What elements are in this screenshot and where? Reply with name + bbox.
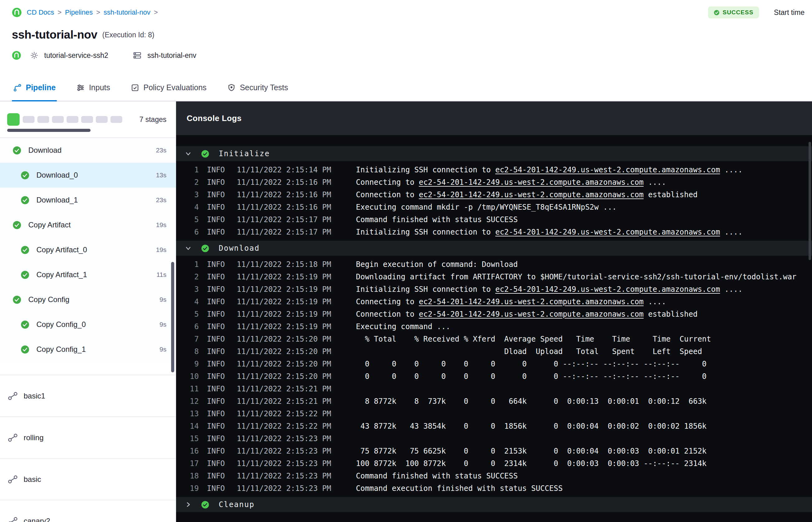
log-line: 18INFO11/11/2022 2:15:23 PMCommand finis… bbox=[176, 470, 812, 482]
log-section-download: Download1INFO11/11/2022 2:15:18 PMBegin … bbox=[176, 241, 812, 495]
stage-item-download[interactable]: Download23s bbox=[0, 138, 176, 163]
log-section-initialize: Initialize1INFO11/11/2022 2:15:14 PMInit… bbox=[176, 146, 812, 238]
minimap-segment bbox=[81, 116, 93, 123]
stage-sidebar: 7 stages Download23sDownload_013sDownloa… bbox=[0, 101, 176, 522]
stage-item-copy-config_1[interactable]: Copy Config_19s bbox=[0, 337, 176, 362]
console-panel: Console Logs Initialize1INFO11/11/2022 2… bbox=[176, 101, 812, 522]
log-link[interactable]: ec2-54-201-142-249.us-west-2.compute.ama… bbox=[495, 165, 720, 174]
log-line: 17INFO11/11/2022 2:15:23 PM100 8772k 100… bbox=[176, 457, 812, 470]
minimap-active-segment bbox=[7, 113, 20, 126]
console-sections: Initialize1INFO11/11/2022 2:15:14 PMInit… bbox=[176, 135, 812, 522]
log-link[interactable]: ec2-54-201-142-249.us-west-2.compute.ama… bbox=[495, 285, 720, 294]
stage-label: Download_1 bbox=[36, 196, 78, 204]
check-circle-dark-icon bbox=[201, 501, 209, 509]
stage-icon bbox=[7, 474, 18, 485]
pipeline-item-basic1[interactable]: basic1 bbox=[0, 375, 176, 417]
minimap-scrollbar[interactable] bbox=[7, 129, 90, 132]
breadcrumb-link[interactable]: Pipelines bbox=[65, 8, 93, 17]
pipeline-label: canary2 bbox=[24, 517, 50, 522]
log-link[interactable]: ec2-54-201-142-249.us-west-2.compute.ama… bbox=[419, 297, 643, 306]
log-link[interactable]: ec2-54-201-142-249.us-west-2.compute.ama… bbox=[419, 178, 643, 187]
check-circle-icon bbox=[13, 221, 21, 229]
check-circle-icon bbox=[21, 320, 29, 329]
stage-item-copy-config_0[interactable]: Copy Config_09s bbox=[0, 312, 176, 337]
stage-duration: 13s bbox=[156, 172, 166, 179]
breadcrumb-separator: > bbox=[58, 8, 62, 17]
log-line: 15INFO11/11/2022 2:15:23 PM bbox=[176, 433, 812, 445]
log-line: 5INFO11/11/2022 2:15:19 PMConnection to … bbox=[176, 308, 812, 320]
tab-label: Security Tests bbox=[240, 83, 288, 92]
tab-security-tests[interactable]: Security Tests bbox=[226, 83, 289, 101]
stage-label: Copy Artifact_0 bbox=[36, 245, 87, 254]
log-line: 2INFO11/11/2022 2:15:16 PMConnecting to … bbox=[176, 176, 812, 188]
tabs: PipelineInputsPolicy EvaluationsSecurity… bbox=[0, 83, 812, 101]
stage-duration: 9s bbox=[160, 321, 166, 328]
log-line: 7INFO11/11/2022 2:15:20 PM % Total % Rec… bbox=[176, 333, 812, 345]
stage-duration: 23s bbox=[156, 146, 166, 154]
topbar: CD Docs>Pipelines>ssh-tutorial-nov> SUCC… bbox=[0, 0, 812, 25]
log-section-header[interactable]: Cleanup bbox=[176, 497, 812, 512]
tab-label: Policy Evaluations bbox=[143, 83, 207, 92]
pipeline-list: basic1rollingbasiccanary2 bbox=[0, 375, 176, 522]
title-row: ssh-tutorial-nov (Execution Id: 8) bbox=[0, 25, 812, 45]
log-link[interactable]: ec2-54-201-142-249.us-west-2.compute.ama… bbox=[419, 190, 643, 199]
stage-icon bbox=[7, 516, 18, 522]
execution-id: (Execution Id: 8) bbox=[102, 31, 154, 39]
stage-minimap[interactable]: 7 stages bbox=[0, 101, 176, 138]
console-scrollbar[interactable] bbox=[809, 142, 811, 260]
breadcrumb-separator: > bbox=[96, 8, 100, 17]
stage-duration: 9s bbox=[160, 346, 166, 353]
log-line: 10INFO11/11/2022 2:15:20 PM 0 0 0 0 0 0 … bbox=[176, 370, 812, 383]
log-section-title: Initialize bbox=[219, 149, 270, 158]
breadcrumb: CD Docs>Pipelines>ssh-tutorial-nov> bbox=[27, 8, 161, 17]
stage-count: 7 stages bbox=[139, 115, 166, 124]
log-line: 13INFO11/11/2022 2:15:22 PM bbox=[176, 407, 812, 420]
stage-label: Copy Config bbox=[28, 295, 69, 304]
tab-pipeline[interactable]: Pipeline bbox=[12, 83, 57, 101]
breadcrumb-link[interactable]: ssh-tutorial-nov bbox=[104, 8, 150, 17]
stage-item-copy-artifact[interactable]: Copy Artifact19s bbox=[0, 213, 176, 237]
tab-inputs[interactable]: Inputs bbox=[75, 83, 111, 101]
pipeline-item-rolling[interactable]: rolling bbox=[0, 417, 176, 458]
stage-item-copy-artifact_1[interactable]: Copy Artifact_111s bbox=[0, 262, 176, 287]
success-check-icon bbox=[714, 9, 719, 16]
breadcrumb-link[interactable]: CD Docs bbox=[27, 8, 54, 17]
stage-item-copy-artifact_0[interactable]: Copy Artifact_019s bbox=[0, 237, 176, 262]
log-link[interactable]: ec2-54-201-142-249.us-west-2.compute.ama… bbox=[419, 310, 643, 319]
log-line: 6INFO11/11/2022 2:15:17 PMInitializing S… bbox=[176, 226, 812, 238]
sidebar-scrollbar[interactable] bbox=[171, 262, 174, 373]
pipeline-item-basic[interactable]: basic bbox=[0, 458, 176, 500]
page-header: CD Docs>Pipelines>ssh-tutorial-nov> SUCC… bbox=[0, 0, 812, 101]
environment-name[interactable]: ssh-tutorial-env bbox=[147, 51, 196, 60]
stage-label: Copy Config_0 bbox=[36, 320, 86, 329]
stage-item-download_1[interactable]: Download_123s bbox=[0, 187, 176, 213]
service-name[interactable]: tutorial-service-ssh2 bbox=[44, 51, 108, 60]
stage-item-copy-config[interactable]: Copy Config9s bbox=[0, 287, 176, 312]
log-section-header[interactable]: Initialize bbox=[176, 146, 812, 161]
log-line: 9INFO11/11/2022 2:15:20 PM 0 0 0 0 0 0 0… bbox=[176, 358, 812, 370]
log-line: 14INFO11/11/2022 2:15:22 PM 43 8772k 43 … bbox=[176, 420, 812, 433]
log-section-cleanup: Cleanup bbox=[176, 497, 812, 512]
chevron-down-icon bbox=[185, 150, 191, 157]
environment-icon bbox=[133, 51, 142, 60]
check-circle-icon bbox=[21, 270, 29, 279]
console-title: Console Logs bbox=[187, 114, 242, 123]
harness-logo-icon[interactable] bbox=[12, 7, 22, 17]
stage-item-download_0[interactable]: Download_013s bbox=[0, 163, 176, 187]
pipeline-label: basic1 bbox=[24, 392, 45, 400]
pipeline-label: basic bbox=[24, 475, 41, 484]
log-section-header[interactable]: Download bbox=[176, 241, 812, 256]
log-line: 4INFO11/11/2022 2:15:19 PMConnecting to … bbox=[176, 296, 812, 308]
pipeline-item-canary2[interactable]: canary2 bbox=[0, 500, 176, 522]
gear-icon[interactable] bbox=[30, 51, 39, 60]
stage-list: Download23sDownload_013sDownload_123sCop… bbox=[0, 138, 176, 362]
tab-label: Inputs bbox=[89, 83, 110, 92]
tab-label: Pipeline bbox=[26, 83, 56, 92]
status-badge: SUCCESS bbox=[708, 6, 759, 18]
log-link[interactable]: ec2-54-201-142-249.us-west-2.compute.ama… bbox=[495, 228, 720, 236]
check-circle-dark-icon bbox=[201, 244, 209, 253]
log-line: 16INFO11/11/2022 2:15:23 PM 75 8772k 75 … bbox=[176, 445, 812, 457]
inputs-icon bbox=[76, 83, 85, 92]
log-line: 6INFO11/11/2022 2:15:19 PMExecuting comm… bbox=[176, 320, 812, 333]
tab-policy-evaluations[interactable]: Policy Evaluations bbox=[129, 83, 208, 101]
